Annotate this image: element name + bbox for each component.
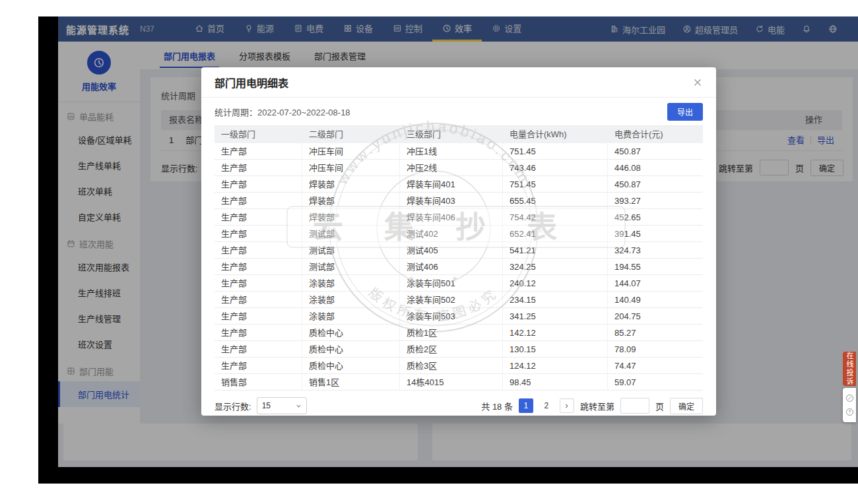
table-cell: 324.73 [608,242,703,258]
table-row: 生产部涂装部涂装车间501240.12144.07 [214,275,703,292]
close-icon[interactable] [692,77,703,88]
table-cell: 14栋4015 [400,374,503,390]
table-cell: 涂装车间502 [400,292,503,307]
table-row: 销售部销售1区14栋401598.4559.07 [214,374,703,391]
table-cell: 冲压2线 [400,160,503,175]
table-cell: 生产部 [214,358,302,373]
table-cell: 541.21 [503,242,608,258]
table-cell: 450.87 [608,143,703,159]
help-icon[interactable] [845,408,854,416]
table-cell: 140.49 [608,292,703,307]
rows-value: 15 [262,401,271,410]
table-cell: 生产部 [214,242,302,258]
table-cell: 生产部 [214,275,302,291]
next-page-button[interactable] [560,398,574,413]
table-row: 生产部质检中心质检3区124.1274.47 [214,358,703,374]
page-buttons: 12 [519,398,554,413]
floating-help-panel [843,388,856,422]
table-row: 生产部冲压车间冲压1线751.45450.87 [214,143,703,160]
table-cell: 446.08 [608,160,703,175]
table-cell: 59.07 [608,374,703,390]
period-label: 统计周期： [214,108,257,117]
table-row: 生产部涂装部涂装车间503341.25204.75 [214,308,703,325]
table-cell: 冲压车间 [302,160,400,175]
table-cell: 涂装部 [302,292,400,307]
table-cell: 生产部 [214,193,302,208]
table-row: 生产部质检中心质检2区130.1578.09 [214,341,703,358]
table-cell: 冲压1线 [400,143,503,159]
table-cell: 144.07 [608,275,703,291]
modal-confirm-button[interactable]: 确定 [670,398,703,414]
table-cell: 74.47 [608,358,703,373]
table-cell: 质检3区 [400,358,503,373]
table-cell: 391.45 [608,226,703,241]
modal-rows-select[interactable]: 15 [257,397,307,414]
table-cell: 生产部 [214,160,302,175]
table-row: 生产部测试部测试405541.21324.73 [214,242,703,259]
table-cell: 测试405 [400,242,503,258]
detail-column-header: 电量合计(kWh) [503,126,608,143]
table-cell: 测试部 [302,259,400,274]
table-row: 生产部测试部测试406324.25194.55 [214,259,703,275]
page-button-1[interactable]: 1 [519,398,533,413]
table-cell: 涂装车间501 [400,275,503,291]
chevron-down-icon [296,403,302,409]
screen: 能源管理系统 N37 首页能源电费设备控制效率设置 海尔工业园超级管理员电能 用… [0,0,858,504]
table-cell: 质检中心 [302,358,400,373]
department-electricity-detail-modal: 部门用电明细表 统计周期：2022-07-20~2022-08-18 导出 一级… [201,67,716,416]
table-cell: 393.27 [608,193,703,208]
online-complaint-tab[interactable]: 在线投诉 [843,352,856,386]
detail-table: 一级部门二级部门三级部门电量合计(kWh)电费合计(元) 生产部冲压车间冲压1线… [214,125,703,391]
table-cell: 450.87 [608,176,703,192]
modal-footer: 显示行数: 15 共 18 条 12 跳转至第 页 确定 [201,391,716,414]
table-cell: 生产部 [214,325,302,340]
table-cell: 质检1区 [400,325,503,340]
table-row: 生产部焊装部焊装车间403655.45393.27 [214,193,703,209]
table-cell: 204.75 [608,308,703,324]
period-value: 2022-07-20~2022-08-18 [257,108,350,117]
table-cell: 130.15 [503,341,608,357]
table-cell: 234.15 [503,292,608,307]
total-count: 共 18 条 [481,400,513,412]
table-cell: 生产部 [214,292,302,307]
link-icon[interactable] [845,394,854,402]
rows-label: 显示行数: [214,400,251,412]
detail-column-header: 一级部门 [214,126,302,143]
modal-jump-input[interactable] [620,398,649,414]
table-row: 生产部焊装部焊装车间401751.45450.87 [214,176,703,193]
detail-table-header: 一级部门二级部门三级部门电量合计(kWh)电费合计(元) [214,126,703,143]
table-cell: 生产部 [214,226,302,241]
table-cell: 194.55 [608,259,703,274]
table-row: 生产部焊装部焊装车间406754.42452.65 [214,209,703,226]
modal-pager: 共 18 条 12 跳转至第 页 确定 [481,398,703,414]
table-cell: 652.41 [503,226,608,241]
table-cell: 质检2区 [400,341,503,357]
table-cell: 涂装车间503 [400,308,503,324]
table-cell: 焊装部 [302,176,400,192]
table-row: 生产部涂装部涂装车间502234.15140.49 [214,292,703,308]
table-cell: 743.46 [503,160,608,175]
table-cell: 生产部 [214,341,302,357]
table-cell: 78.09 [608,341,703,357]
table-cell: 142.12 [503,325,608,340]
table-cell: 240.12 [503,275,608,291]
export-button[interactable]: 导出 [667,103,703,121]
table-cell: 焊装部 [302,193,400,208]
table-cell: 生产部 [214,176,302,192]
table-cell: 焊装车间401 [400,176,503,192]
page-button-2[interactable]: 2 [539,398,554,413]
modal-header: 部门用电明细表 [201,67,716,98]
table-cell: 生产部 [214,209,302,225]
table-cell: 涂装部 [302,275,400,291]
table-cell: 销售部 [214,374,302,390]
modal-title: 部门用电明细表 [214,75,288,90]
table-cell: 涂装部 [302,308,400,324]
detail-column-header: 三级部门 [400,126,503,143]
table-cell: 测试部 [302,242,400,258]
table-cell: 测试406 [400,259,503,274]
table-cell: 质检中心 [302,341,400,357]
table-cell: 341.25 [503,308,608,324]
table-cell: 焊装部 [302,209,400,225]
table-row: 生产部测试部测试402652.41391.45 [214,226,703,242]
table-cell: 销售1区 [302,374,400,390]
